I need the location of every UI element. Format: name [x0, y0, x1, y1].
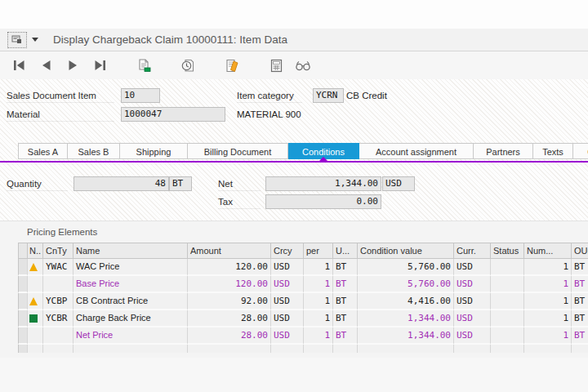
cell-crcy[interactable]: USD — [271, 327, 304, 345]
tab-sales-b[interactable]: Sales B — [68, 143, 120, 159]
empty-cell[interactable] — [271, 345, 304, 353]
cell-curr[interactable]: USD — [454, 327, 491, 345]
cell-cnty[interactable]: YWAC — [43, 259, 74, 276]
column-header-oun[interactable]: OUn — [572, 243, 588, 259]
tab-orde[interactable]: Orde — [573, 143, 588, 159]
row-select-cell[interactable] — [18, 327, 28, 345]
cell-amount[interactable]: 28.00 — [188, 310, 271, 327]
row-select-cell[interactable] — [18, 276, 28, 293]
column-header-name[interactable]: Name — [74, 243, 188, 259]
cell-cond[interactable]: 1,344.00 — [358, 327, 454, 345]
sales-doc-item-field[interactable]: 10 — [121, 88, 160, 103]
column-header-status[interactable]: Status — [491, 243, 524, 259]
row-select-cell[interactable] — [18, 259, 28, 276]
cell-cond[interactable]: 5,760.00 — [358, 276, 454, 293]
tab-sales-a[interactable]: Sales A — [18, 143, 68, 159]
column-header-cond[interactable]: Condition value — [358, 243, 454, 259]
cell-u[interactable]: BT — [333, 327, 358, 345]
empty-cell[interactable] — [358, 345, 454, 353]
cell-cnty[interactable]: YCBR — [43, 310, 74, 327]
cell-status[interactable] — [491, 276, 524, 293]
cell-name[interactable]: Charge Back Price — [74, 310, 188, 327]
cell-num[interactable]: 1 — [524, 293, 572, 310]
cell-per[interactable]: 1 — [304, 276, 333, 293]
column-header-u[interactable]: U... — [333, 243, 358, 259]
row-status-cell[interactable] — [28, 293, 43, 310]
cell-num[interactable]: 1 — [524, 327, 572, 345]
cell-oun[interactable]: BT — [572, 259, 588, 276]
cell-cnty[interactable] — [43, 276, 74, 293]
row-status-cell[interactable] — [28, 327, 43, 345]
cell-curr[interactable]: USD — [454, 259, 491, 276]
column-header-cnty[interactable]: CnTy — [43, 243, 74, 259]
column-header-amount[interactable]: Amount — [188, 243, 271, 259]
cell-status[interactable] — [491, 259, 524, 276]
column-header-n[interactable]: N.. — [28, 243, 43, 259]
transaction-menu-icon[interactable] — [7, 32, 27, 48]
cell-amount[interactable]: 120.00 — [188, 259, 271, 276]
calculator-icon[interactable] — [268, 58, 284, 73]
empty-cell[interactable] — [74, 345, 188, 353]
cell-name[interactable]: Net Price — [74, 327, 188, 345]
row-select-cell[interactable] — [18, 310, 28, 327]
cell-per[interactable]: 1 — [304, 310, 333, 327]
cell-cnty[interactable]: YCBP — [43, 293, 74, 310]
empty-cell[interactable] — [43, 345, 74, 353]
net-field[interactable]: 1,344.00 — [265, 176, 381, 191]
cell-amount[interactable]: 28.00 — [188, 327, 271, 345]
cell-per[interactable]: 1 — [304, 293, 333, 310]
empty-cell[interactable] — [491, 345, 524, 353]
quantity-field[interactable]: 48 — [74, 176, 169, 191]
cell-num[interactable]: 1 — [524, 310, 572, 327]
column-header-per[interactable]: per — [304, 243, 333, 259]
cell-crcy[interactable]: USD — [271, 259, 304, 276]
cell-crcy[interactable]: USD — [271, 276, 304, 293]
cell-curr[interactable]: USD — [454, 276, 491, 293]
empty-cell[interactable] — [454, 345, 491, 353]
tax-field[interactable]: 0.00 — [265, 194, 381, 209]
tab-account-assignment[interactable]: Account assignment — [359, 143, 474, 159]
column-header-curr[interactable]: Curr. — [454, 243, 491, 259]
cell-u[interactable]: BT — [333, 293, 358, 310]
quantity-unit-field[interactable]: BT — [169, 176, 192, 191]
cell-curr[interactable]: USD — [454, 310, 491, 327]
last-record-icon[interactable] — [91, 58, 108, 73]
empty-cell[interactable] — [304, 345, 333, 353]
tab-partners[interactable]: Partners — [474, 143, 533, 159]
cell-status[interactable] — [491, 293, 524, 310]
first-record-icon[interactable] — [11, 58, 27, 73]
item-category-field[interactable]: YCRN — [313, 88, 344, 103]
empty-cell[interactable] — [333, 345, 358, 353]
cell-u[interactable]: BT — [333, 259, 358, 276]
cell-status[interactable] — [491, 327, 524, 345]
cell-oun[interactable]: BT — [572, 327, 588, 345]
tab-shipping[interactable]: Shipping — [120, 143, 188, 159]
empty-cell[interactable] — [572, 345, 588, 353]
cell-oun[interactable]: BT — [572, 276, 588, 293]
cell-cond[interactable]: 5,760.00 — [358, 259, 454, 276]
row-status-cell[interactable] — [28, 259, 43, 276]
cell-u[interactable]: BT — [333, 310, 358, 327]
display-glasses-icon[interactable] — [295, 58, 311, 73]
tab-texts[interactable]: Texts — [533, 143, 573, 159]
row-status-cell[interactable] — [28, 310, 43, 327]
column-header-num[interactable]: Num... — [524, 243, 572, 259]
row-select-cell[interactable] — [18, 293, 28, 310]
empty-cell[interactable] — [28, 345, 43, 353]
empty-cell[interactable] — [18, 345, 28, 353]
cell-name[interactable]: WAC Price — [74, 259, 188, 276]
document-flow-clock-icon[interactable] — [180, 58, 196, 73]
cell-name[interactable]: Base Price — [74, 276, 188, 293]
material-field[interactable]: 1000047 — [121, 107, 225, 122]
row-status-cell[interactable] — [28, 276, 43, 293]
cell-cond[interactable]: 1,344.00 — [358, 310, 454, 327]
cell-amount[interactable]: 120.00 — [188, 276, 271, 293]
cell-curr[interactable]: USD — [454, 293, 491, 310]
texts-note-icon[interactable] — [224, 58, 240, 73]
empty-cell[interactable] — [524, 345, 572, 353]
cell-status[interactable] — [491, 310, 524, 327]
cell-amount[interactable]: 92.00 — [188, 293, 271, 310]
cell-oun[interactable]: BT — [572, 310, 588, 327]
tab-billing-document[interactable]: Billing Document — [188, 143, 288, 159]
previous-record-icon[interactable] — [38, 58, 54, 73]
